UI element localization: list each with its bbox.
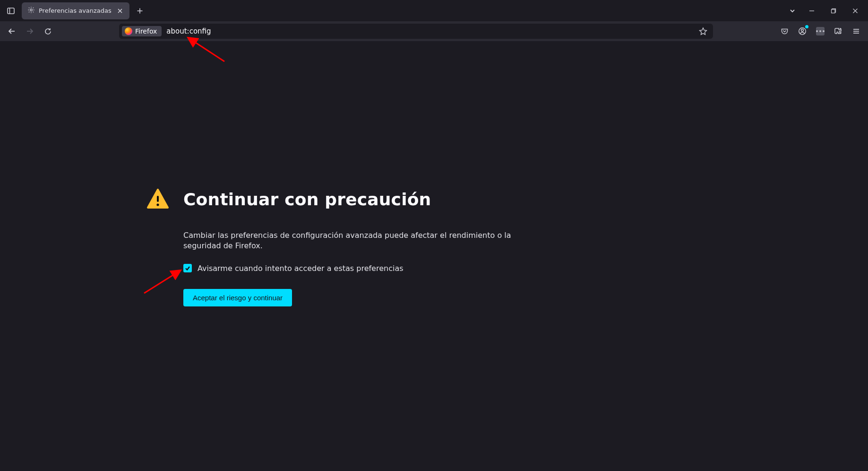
reload-icon xyxy=(44,27,52,35)
arrow-right-icon xyxy=(26,27,34,35)
identity-box[interactable]: Firefox xyxy=(122,26,162,36)
accept-risk-button[interactable]: Aceptar el riesgo y continuar xyxy=(183,289,292,306)
close-icon xyxy=(117,8,123,14)
warning-title: Continuar con precaución xyxy=(183,190,431,209)
new-tab-button[interactable] xyxy=(132,3,147,18)
arrow-left-icon xyxy=(8,27,16,35)
tab-close-button[interactable] xyxy=(115,6,125,16)
warning-body: Cambiar las preferencias de configuració… xyxy=(183,230,534,306)
reload-button[interactable] xyxy=(40,23,56,39)
warn-checkbox[interactable] xyxy=(183,264,192,272)
window-minimize-button[interactable] xyxy=(801,1,823,20)
all-tabs-button[interactable] xyxy=(784,1,801,20)
svg-point-2 xyxy=(30,9,32,11)
pocket-icon xyxy=(781,27,789,35)
nav-toolbar: Firefox about:config ••• xyxy=(0,21,868,41)
restore-icon xyxy=(831,8,836,14)
warn-checkbox-label: Avisarme cuando intento acceder a estas … xyxy=(198,264,404,273)
app-menu-button[interactable] xyxy=(848,23,864,39)
extension-icon: ••• xyxy=(816,27,825,35)
hamburger-icon xyxy=(852,27,860,35)
warning-header: Continuar con precaución xyxy=(146,188,534,210)
sidebar-icon xyxy=(7,7,15,15)
back-button[interactable] xyxy=(4,23,20,39)
titlebar: Preferencias avanzadas xyxy=(0,0,868,21)
about-config-warning: Continuar con precaución Cambiar las pre… xyxy=(146,188,534,306)
close-icon xyxy=(852,8,858,14)
svg-point-21 xyxy=(156,203,159,206)
svg-rect-20 xyxy=(157,196,159,202)
warning-checkbox-row: Avisarme cuando intento acceder a estas … xyxy=(183,264,534,273)
forward-button[interactable] xyxy=(22,23,38,39)
url-bar[interactable]: Firefox about:config xyxy=(119,24,713,39)
minimize-icon xyxy=(809,8,815,14)
svg-point-16 xyxy=(801,29,804,32)
warning-description: Cambiar las preferencias de configuració… xyxy=(183,230,534,252)
puzzle-icon xyxy=(834,27,842,35)
warning-triangle-icon xyxy=(146,188,169,210)
svg-rect-0 xyxy=(8,8,14,14)
browser-tab[interactable]: Preferencias avanzadas xyxy=(22,2,129,19)
chevron-down-icon xyxy=(789,8,796,14)
check-icon xyxy=(185,265,190,271)
panel-toggle-button[interactable] xyxy=(4,4,18,18)
svg-rect-9 xyxy=(832,9,835,13)
tab-title: Preferencias avanzadas xyxy=(39,7,112,14)
window-restore-button[interactable] xyxy=(823,1,844,20)
identity-label: Firefox xyxy=(135,27,157,35)
extensions-button[interactable] xyxy=(830,23,846,39)
account-icon xyxy=(798,27,807,35)
pocket-button[interactable] xyxy=(776,23,792,39)
plus-icon xyxy=(137,8,143,14)
page-content: Continuar con precaución Cambiar las pre… xyxy=(0,41,868,471)
star-icon xyxy=(699,27,707,35)
extension-button[interactable]: ••• xyxy=(812,23,828,39)
gear-icon xyxy=(27,6,35,15)
firefox-logo-icon xyxy=(125,27,132,35)
window-close-button[interactable] xyxy=(844,1,866,20)
bookmark-star-button[interactable] xyxy=(696,24,710,38)
svg-marker-14 xyxy=(700,28,707,35)
account-button[interactable] xyxy=(794,23,810,39)
url-text[interactable]: about:config xyxy=(164,27,693,35)
